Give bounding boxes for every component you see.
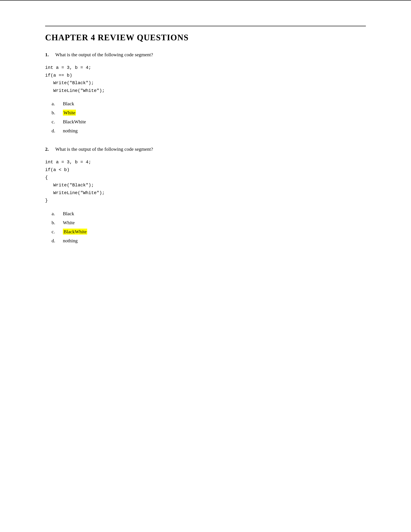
question-text-1: 1.What is the output of the following co… [45, 52, 366, 57]
code-line-1-1: int a = 3, b = 4; [45, 64, 366, 72]
question-text-2: 2.What is the output of the following co… [45, 146, 366, 152]
page-content: Chapter 4 Review Questions 1.What is the… [0, 0, 411, 272]
code-line-2-6: } [45, 197, 366, 204]
code-line-2-3: { [45, 174, 366, 181]
answer-text-1-3: BlackWhite [63, 119, 86, 124]
answer-text-1-2: White [63, 110, 76, 115]
answer-item-1-1: a.Black [52, 101, 366, 106]
code-line-2-1: int a = 3, b = 4; [45, 158, 366, 166]
highlight-1-2: White [63, 110, 76, 116]
answer-item-2-2: b.White [52, 220, 366, 225]
code-line-1-2: if(a == b) [45, 72, 366, 79]
answer-label-2-4: d. [52, 238, 60, 243]
question-number-2: 2. [45, 146, 52, 152]
answer-text-1-4: nothing [63, 128, 78, 133]
code-block-2: int a = 3, b = 4;if(a < b){ Write("Black… [45, 158, 366, 204]
top-border [0, 0, 411, 0]
answer-list-2: a.Blackb.Whitec.BlackWhited.nothing [52, 211, 366, 243]
code-line-1-3: Write("Black"); [45, 79, 366, 87]
answer-text-2-1: Black [63, 211, 74, 216]
code-block-1: int a = 3, b = 4;if(a == b) Write("Black… [45, 64, 366, 95]
code-line-2-5: WriteLine("White"); [45, 189, 366, 197]
answer-label-1-2: b. [52, 110, 60, 115]
answer-item-2-1: a.Black [52, 211, 366, 216]
code-line-1-4: WriteLine("White"); [45, 87, 366, 95]
answer-text-2-2: White [63, 220, 75, 225]
answer-item-1-4: d.nothing [52, 128, 366, 133]
answer-label-1-4: d. [52, 128, 60, 133]
highlight-2-3: BlackWhite [63, 228, 87, 235]
question-block-2: 2.What is the output of the following co… [45, 146, 366, 243]
chapter-title: Chapter 4 Review Questions [45, 33, 366, 42]
chapter-header: Chapter 4 Review Questions [45, 26, 366, 42]
answer-text-2-4: nothing [63, 238, 78, 243]
answer-label-2-2: b. [52, 220, 60, 225]
answer-label-1-3: c. [52, 119, 60, 124]
answer-label-1-1: a. [52, 101, 60, 106]
question-block-1: 1.What is the output of the following co… [45, 52, 366, 133]
answer-label-2-1: a. [52, 211, 60, 216]
answer-item-2-3: c.BlackWhite [52, 229, 366, 234]
answer-list-1: a.Blackb.Whitec.BlackWhited.nothing [52, 101, 366, 133]
answer-item-2-4: d.nothing [52, 238, 366, 243]
answer-item-1-3: c.BlackWhite [52, 119, 366, 124]
question-label-2: What is the output of the following code… [55, 146, 153, 152]
code-line-2-2: if(a < b) [45, 166, 366, 174]
question-label-1: What is the output of the following code… [55, 52, 153, 57]
answer-label-2-3: c. [52, 229, 60, 234]
answer-text-1-1: Black [63, 101, 74, 106]
questions-container: 1.What is the output of the following co… [45, 52, 366, 243]
answer-item-1-2: b.White [52, 110, 366, 115]
code-line-2-4: Write("Black"); [45, 181, 366, 189]
answer-text-2-3: BlackWhite [63, 229, 87, 234]
question-number-1: 1. [45, 52, 52, 57]
